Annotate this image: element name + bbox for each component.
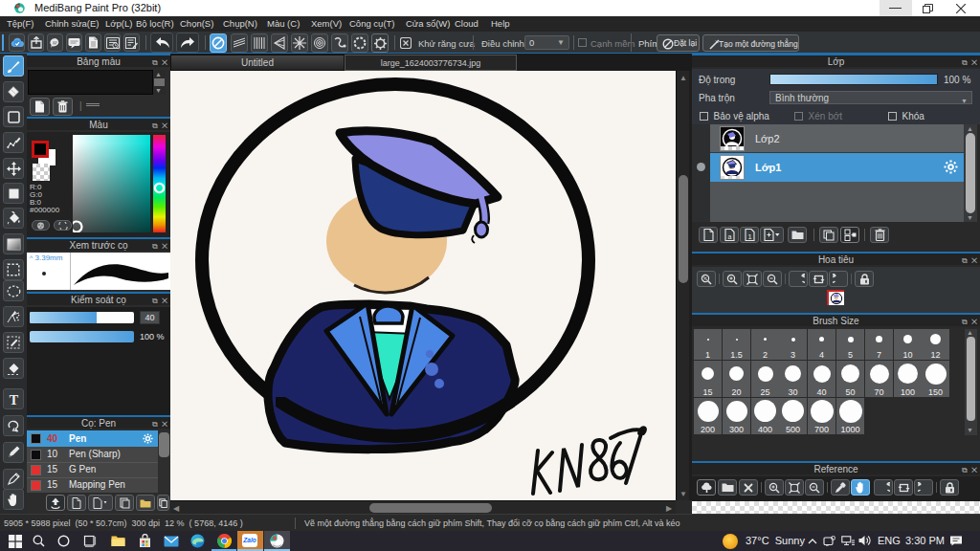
svg-text:1: 1: [747, 232, 751, 241]
svg-text:a: a: [727, 233, 731, 240]
svg-text:T: T: [9, 393, 18, 406]
